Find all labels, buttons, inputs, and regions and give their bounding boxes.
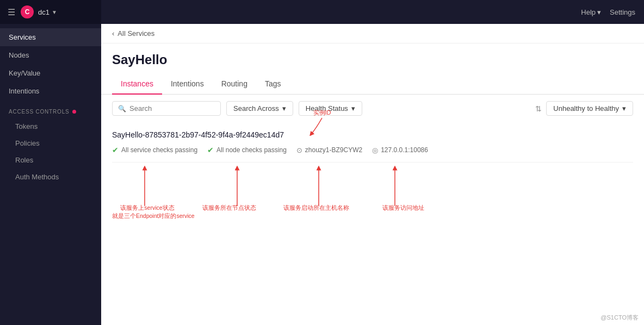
search-across-label: Search Across (233, 104, 279, 112)
settings-label: Settings (610, 8, 635, 16)
sidebar: ☰ C dc1 ▼ Services Nodes Key/Value Inten… (0, 0, 101, 325)
sidebar-item-intentions[interactable]: Intentions (0, 82, 101, 100)
sidebar-item-intentions-label: Intentions (9, 87, 39, 95)
search-box[interactable]: 🔍 (112, 101, 221, 116)
breadcrumb-back-link[interactable]: All Services (117, 29, 154, 38)
sidebar-item-roles-label: Roles (15, 156, 33, 164)
dc-chevron-icon: ▼ (52, 9, 57, 15)
health-status-chevron-icon: ▾ (351, 104, 355, 112)
node-checks: ✔ All node checks passing (207, 146, 287, 154)
sidebar-header: ☰ C dc1 ▼ (0, 0, 101, 24)
node-checks-label: All node checks passing (216, 146, 287, 154)
service-checks-label: All service checks passing (121, 146, 197, 154)
sidebar-item-keyvalue[interactable]: Key/Value (0, 64, 101, 82)
sidebar-item-auth-methods[interactable]: Auth Methods (0, 168, 101, 185)
sidebar-item-services-label: Services (9, 33, 36, 41)
node-name: ⊙ zhouzy1-BZ9CYW2 (296, 146, 362, 154)
tab-tags[interactable]: Tags (256, 74, 290, 95)
tab-routing[interactable]: Routing (213, 74, 256, 95)
sidebar-item-policies-label: Policies (15, 139, 40, 147)
instance-meta: ✔ All service checks passing ✔ All node … (112, 146, 633, 154)
tab-instances[interactable]: Instances (112, 74, 162, 95)
help-chevron-icon: ▾ (597, 8, 601, 16)
dc-selector[interactable]: dc1 ▼ (38, 8, 57, 16)
help-menu[interactable]: Help ▾ (581, 8, 601, 16)
access-controls-label: ACCESS CONTROLS (9, 109, 69, 115)
toolbar: 🔍 Search Across ▾ Health Status ▾ ⇅ Unhe… (101, 95, 644, 122)
page-header: SayHello (101, 43, 644, 67)
health-status-label: Health Status (306, 104, 348, 112)
search-icon: 🔍 (118, 105, 126, 112)
watermark: @S1CTO博客 (600, 314, 639, 322)
node-icon: ⊙ (296, 146, 302, 154)
sidebar-item-tokens[interactable]: Tokens (0, 118, 101, 135)
unhealthy-to-healthy-dropdown[interactable]: Unhealthy to Healthy ▾ (546, 101, 633, 116)
topbar: Help ▾ Settings (101, 0, 644, 24)
sidebar-item-auth-methods-label: Auth Methods (15, 173, 59, 181)
tab-intentions[interactable]: Intentions (162, 74, 213, 95)
filter-chevron-icon: ▾ (622, 104, 626, 112)
address: ◎ 127.0.0.1:10086 (372, 146, 428, 154)
table-row: SayHello-87853781-2b97-4f52-9f4a-9f2449e… (112, 122, 633, 162)
service-checks: ✔ All service checks passing (112, 146, 197, 154)
dc-label: dc1 (38, 8, 49, 16)
breadcrumb: ‹ All Services (101, 24, 644, 43)
node-name-label: zhouzy1-BZ9CYW2 (305, 146, 362, 154)
logo: C (21, 5, 34, 18)
search-input[interactable] (129, 104, 215, 112)
node-status-annotation: 该服务所在节点状态 (188, 204, 270, 212)
instances-area: SayHello-87853781-2b97-4f52-9f4a-9f2449e… (101, 122, 644, 162)
service-check-icon: ✔ (112, 146, 119, 154)
access-controls-section: ACCESS CONTROLS (0, 100, 101, 118)
instance-id[interactable]: SayHello-87853781-2b97-4f52-9f4a-9f2449e… (112, 130, 284, 139)
address-label: 127.0.0.1:10086 (381, 146, 428, 154)
filter-icon[interactable]: ⇅ (535, 104, 542, 113)
main-content: ‹ All Services SayHello Instances Intent… (101, 24, 644, 325)
help-label: Help (581, 8, 596, 16)
tabs: Instances Intentions Routing Tags (101, 74, 644, 95)
search-across-dropdown[interactable]: Search Across ▾ (226, 101, 293, 116)
access-controls-dot (72, 110, 76, 114)
sidebar-item-roles[interactable]: Roles (0, 152, 101, 168)
hamburger-icon[interactable]: ☰ (8, 7, 15, 17)
search-across-chevron-icon: ▾ (282, 104, 286, 112)
host-annotation: 该服务启动所在主机名称 (275, 204, 357, 212)
sidebar-item-tokens-label: Tokens (15, 122, 38, 130)
sidebar-item-services[interactable]: Services (0, 28, 101, 46)
sidebar-item-nodes[interactable]: Nodes (0, 46, 101, 64)
sidebar-nav: Services Nodes Key/Value Intentions ACCE… (0, 24, 101, 325)
back-arrow-icon: ‹ (112, 29, 114, 38)
address-annotation: 该服务访问地址 (362, 204, 444, 212)
service-status-annotation-2: 就是三个Endpoint对应的service (112, 212, 183, 220)
settings-link[interactable]: Settings (610, 8, 635, 16)
address-icon: ◎ (372, 146, 378, 154)
sidebar-item-keyvalue-label: Key/Value (9, 69, 40, 77)
node-check-icon: ✔ (207, 146, 214, 154)
filter-label: Unhealthy to Healthy (553, 104, 619, 112)
service-status-annotation: 该服务上service状态 (112, 204, 183, 212)
health-status-dropdown[interactable]: Health Status ▾ (299, 101, 362, 116)
sidebar-item-nodes-label: Nodes (9, 51, 29, 59)
sidebar-item-policies[interactable]: Policies (0, 135, 101, 152)
page-title: SayHello (112, 52, 633, 67)
